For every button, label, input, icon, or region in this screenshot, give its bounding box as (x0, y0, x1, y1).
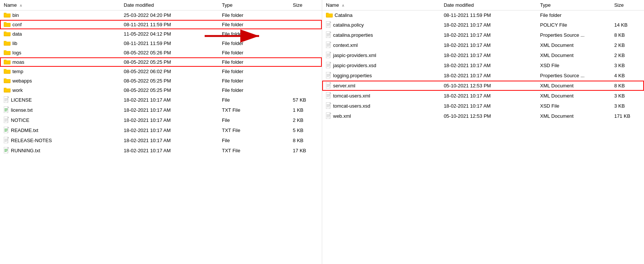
file-type-cell: XML Document (536, 111, 610, 121)
file-date-cell: 18-02-2021 10:17 AM (440, 70, 537, 81)
file-name-cell: web.xml (322, 111, 405, 121)
file-date-cell: 18-02-2021 10:17 AM (120, 105, 218, 115)
svg-marker-103 (330, 82, 331, 83)
file-type-cell: XSD File (536, 101, 610, 111)
table-row[interactable]: README.txt18-02-2021 10:17 AMTXT File5 K… (0, 125, 322, 135)
table-row[interactable]: LICENSE18-02-2021 10:17 AMFile57 KB (0, 95, 322, 105)
file-date-cell: 08-05-2022 06:02 PM (120, 67, 218, 76)
file-date-cell: 18-02-2021 10:17 AM (440, 50, 537, 60)
file-type-cell: File (218, 95, 289, 105)
svg-marker-47 (8, 117, 9, 118)
file-date-cell: 18-02-2021 10:17 AM (120, 95, 218, 105)
right-col-date[interactable]: Date modified (440, 0, 537, 10)
svg-rect-71 (326, 14, 332, 17)
svg-marker-98 (330, 72, 331, 73)
file-type-cell: File (218, 115, 289, 125)
file-name-label: logs (12, 50, 21, 56)
file-name-cell: README.txt (0, 125, 83, 135)
file-date-cell: 18-02-2021 10:17 AM (440, 91, 537, 101)
svg-rect-31 (4, 79, 10, 82)
file-name-cell: temp (0, 67, 83, 76)
file-size-cell: 17 KB (289, 146, 322, 156)
table-row[interactable]: tomcat-users.xsd18-02-2021 10:17 AMXSD F… (322, 101, 644, 111)
file-date-cell: 08-05-2022 05:25 PM (120, 76, 218, 86)
file-name-label: data (12, 31, 22, 37)
table-row[interactable]: temp08-05-2022 06:02 PMFile folder (0, 67, 322, 76)
table-row[interactable]: catalina.properties18-02-2021 10:17 AMPr… (322, 30, 644, 40)
file-name-cell: jaspic-providers.xml (322, 50, 405, 60)
file-name-label: Catalina (335, 12, 353, 18)
table-row[interactable]: conf08-11-2021 11:59 PMFile folder (0, 20, 322, 29)
file-date-cell: 18-02-2021 10:17 AM (440, 40, 537, 50)
right-col-type[interactable]: Type (536, 0, 610, 10)
file-name-label: jaspic-providers.xml (333, 52, 376, 58)
file-size-cell (289, 39, 322, 48)
file-name-label: logging.properties (333, 73, 372, 78)
file-size-cell (289, 57, 322, 67)
left-col-size[interactable]: Size (289, 0, 322, 10)
file-type-cell: XML Document (536, 50, 610, 60)
file-size-cell: 8 KB (611, 81, 644, 91)
file-name-label: tomcat-users.xml (333, 93, 370, 99)
file-size-cell (289, 67, 322, 76)
file-date-cell: 08-05-2022 05:25 PM (120, 57, 218, 67)
table-row[interactable]: NOTICE18-02-2021 10:17 AMFile2 KB (0, 115, 322, 125)
file-date-cell: 11-05-2022 04:12 PM (120, 29, 218, 39)
table-row[interactable]: catalina.policy18-02-2021 10:17 AMPOLICY… (322, 20, 644, 30)
file-name-cell: license.txt (0, 105, 83, 115)
file-name-cell: conf (0, 20, 83, 29)
right-col-size[interactable]: Size (611, 0, 644, 10)
file-name-label: work (12, 87, 23, 93)
table-row[interactable]: jaspic-providers.xml18-02-2021 10:17 AMX… (322, 50, 644, 60)
left-col-date[interactable]: Date modified (120, 0, 218, 10)
left-pane: Name ∧ Date modified Type Size (0, 0, 322, 264)
file-size-cell: 57 KB (289, 95, 322, 105)
file-size-cell: 8 KB (289, 135, 322, 146)
file-name-label: conf (12, 22, 22, 27)
svg-rect-7 (4, 23, 10, 26)
file-size-cell (289, 20, 322, 29)
table-row[interactable]: server.xml05-10-2021 12:53 PMXML Documen… (322, 81, 644, 91)
table-row[interactable]: logging.properties18-02-2021 10:17 AMPro… (322, 70, 644, 81)
table-row[interactable]: context.xml18-02-2021 10:17 AMXML Docume… (322, 40, 644, 50)
table-row[interactable]: lib08-11-2021 11:59 PMFile folder (0, 39, 322, 48)
file-type-cell: XML Document (536, 81, 610, 91)
table-row[interactable]: data11-05-2022 04:12 PMFile folder (0, 29, 322, 39)
left-col-name[interactable]: Name ∧ (0, 0, 120, 10)
file-name-cell: tomcat-users.xsd (322, 101, 405, 111)
file-type-cell: XSD File (536, 60, 610, 70)
table-row[interactable]: work08-05-2022 05:25 PMFile folder (0, 86, 322, 95)
file-name-label: tomcat-users.xsd (333, 103, 370, 109)
svg-marker-62 (8, 147, 9, 148)
right-col-name[interactable]: Name ∧ (322, 0, 440, 10)
table-row[interactable]: bin25-03-2022 04:20 PMFile folder (0, 10, 322, 20)
table-row[interactable]: Catalina08-11-2021 11:59 PMFile folder (322, 10, 644, 20)
file-type-cell: POLICY File (536, 20, 610, 30)
file-type-cell: File folder (218, 86, 289, 95)
file-name-cell: tomcat-users.xml (322, 91, 405, 101)
right-col-size-label: Size (614, 2, 624, 8)
table-row[interactable]: webapps08-05-2022 05:25 PMFile folder (0, 76, 322, 86)
svg-marker-78 (330, 32, 331, 33)
left-col-name-label: Name (4, 2, 17, 8)
table-row[interactable]: moas08-05-2022 05:25 PMFile folder (0, 57, 322, 67)
file-size-cell: 1 KB (289, 105, 322, 115)
file-date-cell: 18-02-2021 10:17 AM (120, 125, 218, 135)
table-row[interactable]: tomcat-users.xml18-02-2021 10:17 AMXML D… (322, 91, 644, 101)
file-date-cell: 08-11-2021 11:59 PM (440, 10, 537, 20)
left-col-date-label: Date modified (124, 2, 154, 8)
table-row[interactable]: logs08-05-2022 05:26 PMFile folder (0, 48, 322, 57)
file-name-cell: lib (0, 39, 83, 48)
table-row[interactable]: RELEASE-NOTES18-02-2021 10:17 AMFile8 KB (0, 135, 322, 146)
svg-rect-3 (4, 14, 10, 17)
table-row[interactable]: jaspic-providers.xsd18-02-2021 10:17 AMX… (322, 60, 644, 70)
file-name-label: license.txt (11, 107, 33, 113)
file-date-cell: 08-05-2022 05:25 PM (120, 86, 218, 95)
table-row[interactable]: RUNNING.txt18-02-2021 10:17 AMTXT File17… (0, 146, 322, 156)
file-size-cell (289, 10, 322, 20)
svg-marker-83 (330, 42, 331, 43)
table-row[interactable]: license.txt18-02-2021 10:17 AMTXT File1 … (0, 105, 322, 115)
file-date-cell: 08-11-2021 11:59 PM (120, 39, 218, 48)
left-col-type[interactable]: Type (218, 0, 289, 10)
table-row[interactable]: web.xml05-10-2021 12:53 PMXML Document17… (322, 111, 644, 121)
